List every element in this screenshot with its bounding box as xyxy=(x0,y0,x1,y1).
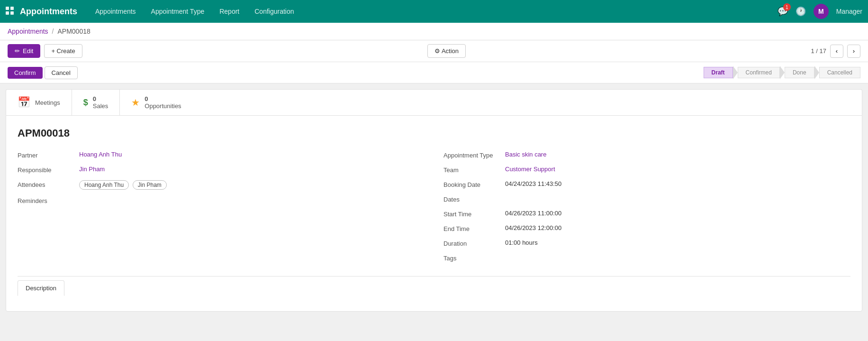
stat-bar: 📅 Meetings $ 0 Sales ★ 0 Opportunities xyxy=(6,89,862,115)
start-time-label: Start Time xyxy=(443,210,505,218)
nav-link-report[interactable]: Report xyxy=(213,5,246,18)
pipeline-arrow-3 xyxy=(814,66,819,79)
form-section: Partner Hoang Anh Thu Responsible Jin Ph… xyxy=(18,151,850,268)
booking-date-value: 04/24/2023 11:43:50 xyxy=(505,180,561,187)
status-pipeline: Draft Confirmed Done Cancelled xyxy=(704,66,860,79)
team-value[interactable]: Customer Support xyxy=(505,166,555,173)
create-button[interactable]: + Create xyxy=(44,44,82,58)
confirm-button[interactable]: Confirm xyxy=(8,67,43,79)
user-avatar[interactable]: M xyxy=(814,4,829,19)
partner-label: Partner xyxy=(18,151,79,159)
form-col-left: Partner Hoang Anh Thu Responsible Jin Ph… xyxy=(18,151,425,268)
action-button[interactable]: ⚙ Action xyxy=(427,44,466,58)
nav-right: 💬 1 🕐 M Manager xyxy=(778,4,862,19)
opportunities-label: Opportunities xyxy=(145,102,181,110)
status-bar: Confirm Cancel Draft Confirmed Done Canc… xyxy=(0,62,868,83)
main-content: 📅 Meetings $ 0 Sales ★ 0 Opportunities A… xyxy=(0,83,868,317)
field-team: Team Customer Support xyxy=(443,166,850,174)
responsible-label: Responsible xyxy=(18,166,79,174)
tab-description[interactable]: Description xyxy=(18,280,64,296)
appointment-type-value[interactable]: Basic skin care xyxy=(505,151,546,158)
pipeline-arrow-1 xyxy=(733,66,738,79)
stat-opportunities[interactable]: ★ 0 Opportunities xyxy=(120,90,192,115)
reminders-label: Reminders xyxy=(18,196,79,204)
sales-icon: $ xyxy=(83,98,88,108)
field-attendees: Attendees Hoang Anh Thu Jin Pham xyxy=(18,180,425,190)
booking-date-label: Booking Date xyxy=(443,180,505,188)
breadcrumb-current: APM00018 xyxy=(58,28,90,35)
pipeline-step-done[interactable]: Done xyxy=(785,67,814,78)
pagination-next[interactable]: › xyxy=(847,45,860,58)
tabs-bar: Description xyxy=(18,276,850,296)
pipeline-arrow-2 xyxy=(780,66,785,79)
end-time-label: End Time xyxy=(443,224,505,232)
breadcrumb-separator: / xyxy=(52,28,54,35)
pagination: 1 / 17 ‹ › xyxy=(811,45,860,58)
field-reminders: Reminders xyxy=(18,196,425,204)
breadcrumb-parent[interactable]: Appointments xyxy=(8,28,48,35)
user-name[interactable]: Manager xyxy=(836,8,862,15)
dates-label: Dates xyxy=(443,195,505,203)
opportunities-icon: ★ xyxy=(131,97,140,108)
attendees-value: Hoang Anh Thu Jin Pham xyxy=(79,180,169,190)
record-title: APM00018 xyxy=(18,127,850,139)
field-appointment-type: Appointment Type Basic skin care xyxy=(443,151,850,159)
toolbar: ✏ Edit + Create ⚙ Action 1 / 17 ‹ › xyxy=(0,40,868,62)
team-label: Team xyxy=(443,166,505,174)
nav-link-configuration[interactable]: Configuration xyxy=(248,5,300,18)
attendee-tag-2[interactable]: Jin Pham xyxy=(133,180,167,190)
pipeline-step-cancelled[interactable]: Cancelled xyxy=(819,67,860,78)
pagination-prev[interactable]: ‹ xyxy=(830,45,843,58)
breadcrumb: Appointments / APM00018 xyxy=(0,23,868,40)
nav-links: Appointments Appointment Type Report Con… xyxy=(89,5,778,18)
nav-link-appointments[interactable]: Appointments xyxy=(89,5,143,18)
pipeline-step-draft[interactable]: Draft xyxy=(704,67,733,78)
nav-link-appointment-type[interactable]: Appointment Type xyxy=(145,5,211,18)
field-dates: Dates xyxy=(443,195,850,203)
duration-value: 01:00 hours xyxy=(505,239,538,246)
meetings-label: Meetings xyxy=(35,99,60,106)
edit-button[interactable]: ✏ Edit xyxy=(8,44,40,58)
stat-meetings[interactable]: 📅 Meetings xyxy=(6,90,72,115)
field-end-time: End Time 04/26/2023 12:00:00 xyxy=(443,224,850,232)
partner-value[interactable]: Hoang Anh Thu xyxy=(79,151,122,158)
field-duration: Duration 01:00 hours xyxy=(443,239,850,247)
field-partner: Partner Hoang Anh Thu xyxy=(18,151,425,159)
duration-label: Duration xyxy=(443,239,505,247)
field-tags: Tags xyxy=(443,254,850,262)
start-time-value: 04/26/2023 11:00:00 xyxy=(505,210,561,217)
notification-badge: 1 xyxy=(783,3,791,11)
cancel-button[interactable]: Cancel xyxy=(45,66,78,79)
attendees-label: Attendees xyxy=(18,180,79,188)
pipeline-step-confirmed[interactable]: Confirmed xyxy=(738,67,780,78)
edit-icon: ✏ xyxy=(15,47,20,55)
field-booking-date: Booking Date 04/24/2023 11:43:50 xyxy=(443,180,850,188)
meetings-icon: 📅 xyxy=(18,96,30,109)
field-responsible: Responsible Jin Pham xyxy=(18,166,425,174)
attendee-tag-1[interactable]: Hoang Anh Thu xyxy=(79,180,129,190)
field-start-time: Start Time 04/26/2023 11:00:00 xyxy=(443,210,850,218)
end-time-value: 04/26/2023 12:00:00 xyxy=(505,224,561,231)
app-title: Appointments xyxy=(20,7,77,17)
svg-rect-2 xyxy=(6,11,9,15)
appointment-type-label: Appointment Type xyxy=(443,151,505,159)
tags-label: Tags xyxy=(443,254,505,262)
sales-value: 0 xyxy=(93,95,108,102)
stat-sales[interactable]: $ 0 Sales xyxy=(72,90,120,115)
sales-label: Sales xyxy=(93,102,108,110)
svg-rect-3 xyxy=(10,11,14,15)
clock-icon[interactable]: 🕐 xyxy=(796,6,806,17)
form-col-right: Appointment Type Basic skin care Team Cu… xyxy=(443,151,850,268)
notifications-icon[interactable]: 💬 1 xyxy=(778,6,788,17)
responsible-value[interactable]: Jin Pham xyxy=(79,166,105,173)
app-grid-icon[interactable] xyxy=(6,7,14,17)
top-nav: Appointments Appointments Appointment Ty… xyxy=(0,0,868,23)
pagination-label: 1 / 17 xyxy=(811,47,826,55)
svg-rect-0 xyxy=(6,7,9,10)
svg-rect-1 xyxy=(10,7,14,10)
form-card: APM00018 Partner Hoang Anh Thu Responsib… xyxy=(6,115,862,312)
opportunities-value: 0 xyxy=(145,95,181,102)
